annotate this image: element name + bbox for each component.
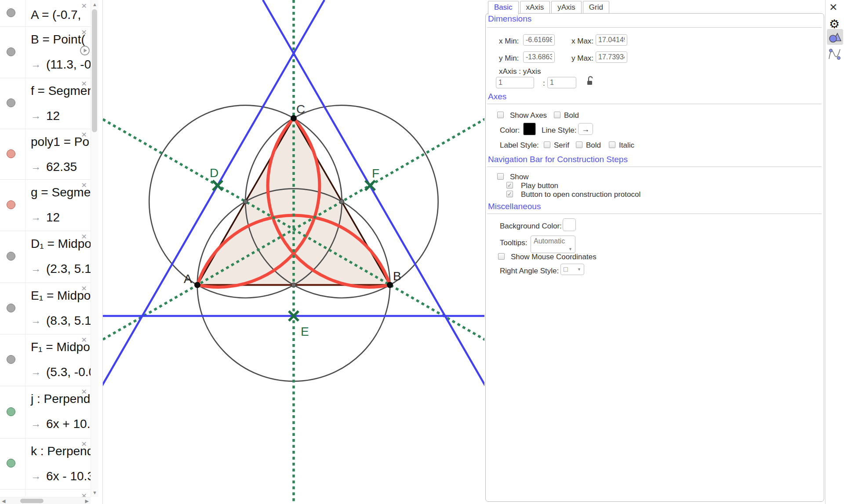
protocol-button-checkbox[interactable]: ✓ xyxy=(506,191,513,197)
algebra-row-E1[interactable]: E₁ = Midpo × →(8.3, 5.1 xyxy=(0,283,91,334)
serif-checkbox[interactable] xyxy=(544,141,550,148)
show-axes-checkbox[interactable] xyxy=(497,112,504,118)
algebra-row-f[interactable]: f = Segmen × →12 xyxy=(0,78,91,129)
label-d[interactable]: D xyxy=(210,166,218,180)
value-arrow-icon: → xyxy=(31,263,41,274)
object-value: →(11.3, -0 xyxy=(31,58,91,72)
protocol-button-label: Button to open construction protocol xyxy=(521,190,640,199)
play-icon[interactable] xyxy=(80,45,90,58)
object-definition[interactable]: B = Point( xyxy=(31,33,85,47)
point-b[interactable] xyxy=(387,282,393,288)
divider xyxy=(487,214,822,214)
graphics-view-icon[interactable] xyxy=(827,29,843,45)
y-max-input[interactable] xyxy=(596,51,627,63)
ratio-y-input[interactable] xyxy=(547,77,576,88)
visibility-marble[interactable] xyxy=(7,149,15,158)
delete-object-icon[interactable]: × xyxy=(81,27,87,36)
algebra-row-poly1[interactable]: poly1 = Po × →62.35 xyxy=(0,129,91,180)
label-e[interactable]: E xyxy=(301,325,309,338)
algebra-row-B[interactable]: B = Point( × →(11.3, -0 xyxy=(0,26,91,78)
value-arrow-icon: → xyxy=(31,110,41,121)
algebra-row-A[interactable]: A = (-0.7, × xyxy=(0,0,91,27)
algebra-vertical-scrollbar[interactable]: ▲ ▼ xyxy=(91,0,98,497)
background-color-swatch[interactable] xyxy=(563,218,576,231)
visibility-marble[interactable] xyxy=(7,304,15,312)
algebra-row-k[interactable]: k : Perpend × →6x - 10.3 xyxy=(0,438,91,489)
tab-basic[interactable]: Basic xyxy=(488,1,519,15)
misc-heading: Miscellaneous xyxy=(488,202,541,211)
tooltips-dropdown[interactable]: Automatic▼ xyxy=(531,236,575,253)
label-c[interactable]: C xyxy=(296,102,305,116)
tab-yaxis[interactable]: yAxis xyxy=(551,1,582,14)
unlock-icon[interactable] xyxy=(586,76,595,88)
visibility-marble[interactable] xyxy=(7,8,15,17)
delete-object-icon[interactable]: × xyxy=(81,232,87,241)
function-curve-icon[interactable] xyxy=(828,47,842,63)
value-arrow-icon: → xyxy=(31,315,41,326)
delete-object-icon[interactable]: × xyxy=(81,79,87,88)
visibility-marble[interactable] xyxy=(7,407,15,416)
algebra-row-F1[interactable]: F₁ = Midpo × →(5.3, -0.0 xyxy=(0,334,91,386)
visibility-marble[interactable] xyxy=(7,200,15,209)
algebra-row-j[interactable]: j : Perpendi × →6x + 10. xyxy=(0,386,91,439)
delete-object-icon[interactable]: × xyxy=(81,180,87,189)
visibility-marble[interactable] xyxy=(7,459,15,468)
play-button-checkbox[interactable]: ✓ xyxy=(506,182,513,189)
construction-canvas[interactable]: A B C D E F xyxy=(103,0,485,504)
scroll-right-icon[interactable]: ▶ xyxy=(85,499,89,504)
axes-color-swatch[interactable] xyxy=(523,123,536,135)
visibility-marble[interactable] xyxy=(7,47,15,56)
x-min-input[interactable] xyxy=(523,34,555,46)
value-arrow-icon: → xyxy=(31,161,41,172)
point-e1-midpoint[interactable] xyxy=(340,199,344,204)
point-d-cross[interactable] xyxy=(213,181,222,190)
right-angle-dropdown[interactable]: □▼ xyxy=(560,264,584,275)
navbar-show-checkbox[interactable] xyxy=(497,173,504,180)
label-f[interactable]: F xyxy=(372,167,379,180)
close-panel-icon[interactable]: × xyxy=(829,0,837,14)
object-value: →62.35 xyxy=(31,160,77,174)
graphics-view[interactable]: A B C D E F xyxy=(102,0,485,504)
point-d1-midpoint[interactable] xyxy=(244,199,248,204)
y-min-input[interactable] xyxy=(523,51,555,63)
scrollbar-thumb[interactable] xyxy=(20,499,44,503)
delete-object-icon[interactable]: × xyxy=(81,130,87,139)
algebra-row-g[interactable]: g = Segme × →12 xyxy=(0,179,91,231)
point-f-cross[interactable] xyxy=(365,181,375,190)
label-a[interactable]: A xyxy=(184,272,192,286)
algebra-row-D1[interactable]: D₁ = Midpo × →(2.3, 5.1 xyxy=(0,231,91,283)
line-style-dropdown[interactable]: → xyxy=(578,123,593,135)
axes-bold-checkbox[interactable] xyxy=(554,112,560,118)
delete-object-icon[interactable]: × xyxy=(81,1,87,10)
italic-checkbox[interactable] xyxy=(609,141,615,148)
point-c[interactable] xyxy=(291,115,297,121)
label-bold-checkbox[interactable] xyxy=(576,141,582,148)
divider xyxy=(487,104,822,104)
mouse-coordinates-label: Show Mouse Coordinates xyxy=(511,253,597,261)
visibility-marble[interactable] xyxy=(7,355,15,364)
point-a[interactable] xyxy=(194,282,200,288)
scroll-up-icon[interactable]: ▲ xyxy=(92,2,97,7)
mouse-coordinates-checkbox[interactable] xyxy=(498,253,505,260)
label-b[interactable]: B xyxy=(393,269,401,283)
tab-grid[interactable]: Grid xyxy=(583,1,609,14)
scrollbar-thumb[interactable] xyxy=(92,9,97,132)
delete-object-icon[interactable]: × xyxy=(81,439,87,448)
tab-xaxis[interactable]: xAxis xyxy=(520,1,550,14)
point-f1-midpoint[interactable] xyxy=(291,283,296,287)
scroll-left-icon[interactable]: ◀ xyxy=(2,499,5,504)
delete-object-icon[interactable]: × xyxy=(81,387,87,396)
algebra-row-partial[interactable]: × xyxy=(0,489,91,497)
object-definition[interactable]: A = (-0.7, xyxy=(31,8,81,22)
x-max-input[interactable] xyxy=(596,34,627,46)
delete-object-icon[interactable]: × xyxy=(81,335,87,344)
delete-object-icon[interactable]: × xyxy=(81,283,87,293)
ratio-x-input[interactable] xyxy=(496,77,534,88)
visibility-marble[interactable] xyxy=(7,252,15,261)
navbar-heading: Navigation Bar for Construction Steps xyxy=(488,155,628,164)
scroll-down-icon[interactable]: ▼ xyxy=(92,490,97,495)
visibility-marble[interactable] xyxy=(7,98,15,107)
italic-label: Italic xyxy=(619,141,634,150)
algebra-horizontal-scrollbar[interactable]: ◀ ▶ xyxy=(0,497,91,504)
object-definition[interactable]: poly1 = Po xyxy=(31,135,89,149)
